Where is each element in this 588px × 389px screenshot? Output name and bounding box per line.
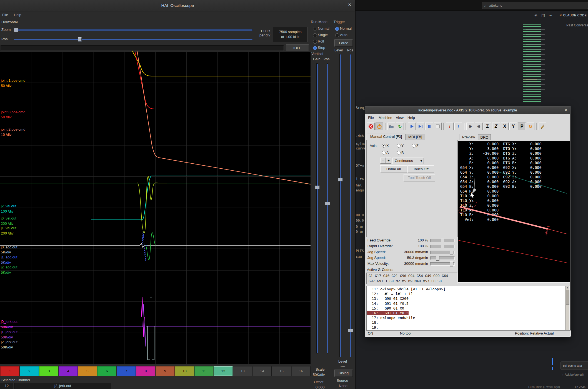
channel-button-7[interactable]: 7	[117, 366, 136, 376]
channel-button-4[interactable]: 4	[59, 366, 78, 376]
channel-button-10[interactable]: 10	[175, 366, 194, 376]
reload-file-button[interactable]: ↻	[396, 123, 404, 130]
trigger-level-slider[interactable]	[339, 54, 341, 357]
jog-plus-button[interactable]: +	[386, 158, 391, 164]
split-editor-icon[interactable]: ◫	[541, 13, 545, 18]
axis-b-radio[interactable]	[397, 151, 401, 154]
vertical-pos-slider[interactable]	[327, 63, 328, 353]
zoom-out-button[interactable]: ⊖	[475, 123, 483, 130]
channel-button-5[interactable]: 5	[78, 366, 97, 376]
machine-power-button[interactable]	[376, 123, 383, 130]
halscope-titlebar[interactable]: HAL Oscilloscope	[0, 0, 355, 11]
gcode-line[interactable]: 14: G91 G1 Y0.5	[367, 301, 569, 306]
tab-manual-control[interactable]: Manual Control [F3]	[367, 133, 405, 140]
tab-mdi[interactable]: MDI [F5]	[405, 134, 425, 140]
halscope-menu-file[interactable]: File	[2, 13, 8, 17]
run-mode-normal-radio[interactable]	[313, 27, 317, 31]
run-from-line-button[interactable]	[417, 123, 424, 130]
scroll-up-icon[interactable]: ▲	[566, 286, 569, 290]
more-actions-icon[interactable]: ⋯	[549, 13, 552, 18]
view-perspective-button[interactable]: P	[518, 123, 526, 130]
axis-a-radio[interactable]	[382, 151, 386, 154]
scope-display[interactable]: joint.1.pos-cmd 50 /div joint.0.pos-cmd …	[0, 51, 311, 364]
channel-button-6[interactable]: 6	[97, 366, 116, 376]
channel-button-14[interactable]: 14	[252, 366, 272, 376]
past-conversations-label[interactable]: Past Conversati	[566, 23, 588, 27]
zoom-slider[interactable]	[14, 29, 253, 31]
gcode-listing[interactable]: 11:o<loop> while [#1 LT #<loops>] 12: #1…	[366, 286, 570, 331]
trigger-level-slider-handle[interactable]	[338, 178, 343, 181]
home-all-button[interactable]: Home All	[380, 165, 407, 173]
axis-x-radio[interactable]	[382, 144, 386, 148]
run-mode-roll-radio[interactable]	[313, 40, 317, 44]
pos-slider[interactable]	[14, 39, 253, 40]
toggle-skip-lines-button[interactable]: /	[446, 123, 454, 130]
gcode-line-active[interactable]: 16: G91 G1 Y0.5	[367, 311, 569, 316]
jog-speed-handle[interactable]	[450, 250, 453, 255]
channel-button-8[interactable]: 8	[136, 366, 155, 376]
axis-a-label[interactable]: A	[386, 151, 389, 155]
gcode-scrollbar[interactable]: ▲	[565, 286, 569, 330]
zoom-slider-handle[interactable]	[14, 28, 18, 32]
channel-button-15[interactable]: 15	[272, 366, 291, 376]
gcode-line[interactable]: 11:o<loop> while [#1 LT #<loops>]	[367, 287, 569, 292]
rapid-override-handle[interactable]	[441, 244, 444, 249]
search-box[interactable]: ⌕ aitekcnc	[482, 2, 588, 9]
jog-mode-dropdown[interactable]: Continuous ▾	[392, 158, 424, 164]
clear-plot-button[interactable]	[539, 123, 546, 130]
gcode-line[interactable]: 18:	[367, 320, 569, 325]
channel-button-1[interactable]: 1	[0, 366, 19, 376]
axis-close-icon[interactable]: ✕	[564, 108, 567, 112]
run-program-button[interactable]	[408, 123, 416, 130]
angular-jog-speed-slider[interactable]	[430, 256, 455, 260]
trigger-pos-slider[interactable]	[350, 54, 351, 357]
axis-y-radio[interactable]	[397, 144, 401, 148]
axis-menu-view[interactable]: View	[396, 116, 404, 120]
gcode-line[interactable]: 19:	[367, 325, 569, 330]
axis-titlebar[interactable]: luca-long-reverse.ngc - AXIS 2.10.0~pre1…	[365, 106, 570, 114]
run-mode-stop-label[interactable]: Stop	[318, 46, 325, 50]
gain-slider[interactable]	[316, 63, 318, 353]
force-trigger-button[interactable]: Force	[334, 39, 353, 47]
axis-z-label[interactable]: Z	[416, 144, 419, 148]
channel-button-11[interactable]: 11	[194, 366, 214, 376]
channel-button-12[interactable]: 12	[214, 366, 233, 376]
gcode-line[interactable]: 17:o<loop> endwhile	[367, 316, 569, 320]
channel-button-3[interactable]: 3	[39, 366, 58, 376]
axis-b-label[interactable]: B	[401, 151, 404, 155]
pos-slider-handle[interactable]	[78, 37, 82, 42]
estop-button[interactable]	[367, 123, 375, 130]
tab-dro[interactable]: DRO	[478, 134, 491, 140]
ask-before-edit-label[interactable]: ✓ Ask before edit	[562, 373, 584, 376]
gain-slider-handle[interactable]	[315, 186, 320, 189]
preview-pane[interactable]: X: 0.000 DTG X: 0.000 Y: 3.000 DTG Y: 0.…	[458, 141, 570, 283]
rotate-view-button[interactable]: ↻	[527, 123, 534, 130]
channel-button-16[interactable]: 16	[291, 366, 311, 376]
run-mode-stop-radio[interactable]	[313, 46, 317, 50]
trigger-edge-button[interactable]: Rising	[334, 370, 353, 377]
zoom-in-button[interactable]: ⊕	[466, 123, 474, 130]
tab-preview[interactable]: Preview	[459, 134, 478, 140]
max-velocity-handle[interactable]	[450, 261, 453, 266]
halscope-menu-help[interactable]: Help	[14, 13, 21, 17]
axis-z-radio[interactable]	[412, 144, 416, 148]
attach-terminal-button[interactable]: ctrl esc to atta	[561, 361, 588, 370]
run-mode-single-label[interactable]: Single	[318, 33, 328, 37]
trigger-normal-label[interactable]: Normal	[340, 26, 352, 31]
axis-menu-machine[interactable]: Machine	[379, 116, 392, 120]
axis-menu-help[interactable]: Help	[407, 116, 415, 120]
vertical-pos-slider-handle[interactable]	[325, 202, 330, 205]
axis-y-label[interactable]: Y	[401, 144, 404, 148]
touch-off-button[interactable]: Touch Off	[407, 165, 434, 173]
axis-menu-file[interactable]: File	[368, 116, 374, 120]
feed-override-handle[interactable]	[441, 238, 444, 243]
view-rotated-top-button[interactable]: Z	[492, 123, 500, 130]
pause-program-button[interactable]	[425, 123, 433, 130]
trigger-auto-label[interactable]: Auto	[340, 33, 347, 37]
run-mode-normal-label[interactable]: Normal	[318, 26, 329, 31]
channel-button-13[interactable]: 13	[233, 366, 252, 376]
code-minimap[interactable]	[523, 24, 549, 102]
view-top-button[interactable]: Z	[484, 123, 491, 130]
open-file-button[interactable]	[387, 123, 395, 130]
axis-x-label[interactable]: X	[386, 144, 389, 148]
